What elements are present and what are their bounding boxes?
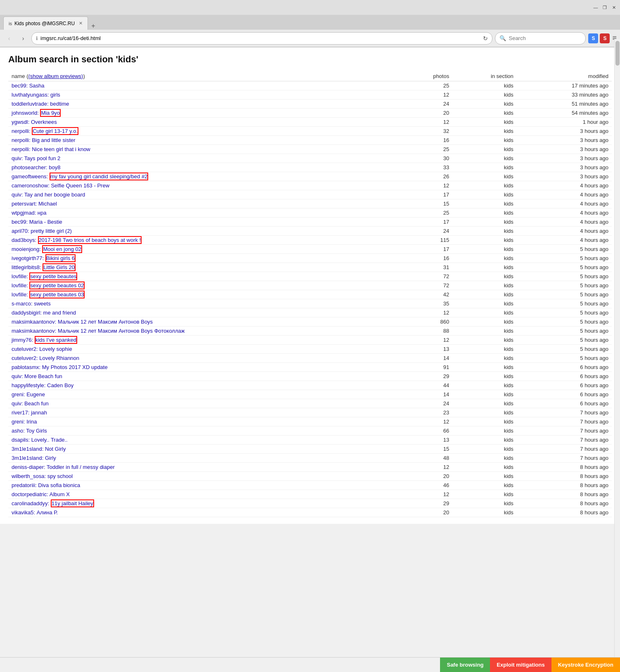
album-link[interactable]: s-marco: sweets (12, 301, 51, 307)
address-bar-container[interactable]: ℹ ↻ (31, 32, 492, 45)
album-link[interactable]: jimmy76: kids I've spanked (12, 336, 77, 344)
album-link[interactable]: deniss-diaper: Toddler in full / messy d… (12, 464, 115, 470)
album-link[interactable]: nerpolli: Big and little sister (12, 137, 76, 143)
album-link[interactable]: lovfille: sexy petite beautes (12, 272, 77, 280)
album-link[interactable]: lovfille: sexy petite beautes 03 (12, 291, 85, 298)
album-section-cell: kids (452, 390, 517, 399)
exploit-mitigations-button[interactable]: Exploit mitigations (490, 658, 551, 672)
album-link[interactable]: happylifestyle: Caden Boy (12, 382, 73, 388)
album-section-cell: kids (452, 381, 517, 390)
album-modified-cell: 5 hours ago (517, 327, 612, 336)
album-link[interactable]: ygwsdl: Overknees (12, 119, 57, 125)
album-photos-cell: 26 (402, 172, 452, 181)
search-container[interactable]: 🔍 (495, 32, 586, 45)
browser-tab[interactable]: is Kids photos @iMGSRC.RU ✕ (3, 17, 88, 30)
album-link[interactable]: ivegotgirth77: Bikini girls 6 (12, 254, 76, 262)
close-button[interactable]: ✕ (611, 5, 617, 10)
album-link[interactable]: luvthatyungass: girls (12, 92, 60, 98)
album-photos-cell: 25 (402, 208, 452, 218)
safe-browsing-button[interactable]: Safe browsing (440, 658, 490, 672)
forward-button[interactable]: › (17, 33, 29, 44)
album-photos-cell: 66 (402, 426, 452, 435)
album-link[interactable]: predatoriii: Diva sofia bionica (12, 482, 80, 488)
keystroke-encryption-button[interactable]: Keystroke Encryption (551, 658, 620, 672)
new-tab-button[interactable]: + (88, 22, 98, 30)
search-input[interactable] (509, 35, 581, 41)
album-name-cell: s-marco: sweets (8, 299, 402, 308)
album-modified-cell: 7 hours ago (517, 454, 612, 463)
album-link[interactable]: river17: jannah (12, 409, 47, 416)
album-link[interactable]: bec99: Maria - Bestie (12, 219, 62, 225)
album-link[interactable]: wtpgjmad: нра (12, 210, 47, 216)
scrollbar-thumb[interactable] (615, 41, 620, 66)
album-link[interactable]: vikavika5: Алина Р. (12, 509, 58, 516)
album-photos-cell: 12 (402, 417, 452, 426)
album-link[interactable]: bec99: Sasha (12, 83, 45, 89)
album-name-cell: lovfille: sexy petite beautes (8, 272, 402, 281)
table-row: predatoriii: Diva sofia bionica46kids8 h… (8, 481, 612, 490)
album-section-cell: kids (452, 245, 517, 254)
album-link[interactable]: mooienjong: Mooi en jong 02 (12, 245, 82, 253)
album-link[interactable]: gameoftweens: my fav young girl candid s… (12, 173, 148, 180)
album-link[interactable]: greni: Eugene (12, 391, 45, 398)
album-link[interactable]: cameronoshow: Selfie Queen 163 - Prew (12, 182, 109, 189)
address-input[interactable] (40, 35, 480, 41)
album-link[interactable]: littlegirlbits8: Little Girls 20 (12, 263, 76, 271)
album-section-cell: kids (452, 299, 517, 308)
browser-frame: — ❐ ✕ is Kids photos @iMGSRC.RU ✕ + ‹ › … (0, 0, 620, 47)
album-modified-cell: 8 hours ago (517, 499, 612, 508)
scrollbar[interactable] (614, 39, 620, 657)
album-link[interactable]: dad3boys: 2017-198 Two trios of beach bo… (12, 236, 142, 244)
album-link[interactable]: 3m1le1sland: Girly (12, 455, 56, 461)
album-modified-cell: 5 hours ago (517, 245, 612, 254)
album-link[interactable]: quiv: Tay and her boogie board (12, 192, 85, 198)
album-link[interactable]: quiv: Beach fun (12, 400, 49, 407)
album-link[interactable]: photosearcher: boy8 (12, 164, 61, 170)
table-row: quiv: Tays pool fun 230kids3 hours ago (8, 154, 612, 163)
album-link[interactable]: april70: pretty little girl (2) (12, 228, 72, 234)
tab-close-button[interactable]: ✕ (79, 21, 83, 26)
album-photos-cell: 13 (402, 345, 452, 354)
album-link[interactable]: petersvart: Michael (12, 201, 57, 207)
table-row: lovfille: sexy petite beautes 0272kids5 … (8, 281, 612, 290)
album-link[interactable]: 3m1le1sland: Not Girly (12, 446, 66, 452)
show-previews-link[interactable]: (show album previews) (28, 73, 83, 79)
album-link[interactable]: quiv: More Beach fun (12, 373, 62, 379)
album-link[interactable]: asho: Toy Girls (12, 428, 47, 434)
album-link[interactable]: daddysbigirl: me and friend (12, 310, 76, 316)
album-section-cell: kids (452, 426, 517, 435)
extension-icon-1[interactable]: S (588, 33, 598, 43)
back-button[interactable]: ‹ (3, 33, 15, 44)
album-link[interactable]: nerpolli: Cute girl 13-17 y.o. (12, 127, 78, 135)
album-link[interactable]: cuteluver2: Lovely sophie (12, 346, 72, 352)
reload-button[interactable]: ↻ (483, 35, 488, 42)
album-link[interactable]: wilberth_sosa: spy school (12, 473, 73, 479)
album-link[interactable]: doctorpediatric: Album X (12, 491, 70, 497)
album-link[interactable]: cuteluver2: Lovely Rhiannon (12, 355, 79, 361)
album-modified-cell: 3 hours ago (517, 145, 612, 154)
minimize-button[interactable]: — (593, 5, 599, 10)
album-link[interactable]: quiv: Tays pool fun 2 (12, 155, 60, 161)
album-link[interactable]: toddlerluvtrade: bedtime (12, 101, 69, 107)
maximize-button[interactable]: ❐ (602, 5, 608, 10)
album-photos-cell: 32 (402, 127, 452, 136)
album-name-cell: daddysbigirl: me and friend (8, 308, 402, 317)
album-link[interactable]: carolinadaddyy: 11y jailbait Hailey (12, 499, 94, 507)
album-link[interactable]: maksimkaantonov: Мальчик 12 лет Максим А… (12, 328, 185, 334)
album-link[interactable]: nerpolli: Nice teen girl that i know (12, 146, 90, 152)
album-photos-cell: 12 (402, 490, 452, 499)
album-photos-cell: 17 (402, 190, 452, 199)
album-name-cell: maksimkaantonov: Мальчик 12 лет Максим А… (8, 317, 402, 327)
album-link[interactable]: johnsworld: Mia 9yo (12, 109, 61, 117)
album-link[interactable]: dsapils: Lovely.. Trade.. (12, 437, 68, 443)
album-name-cell: quiv: Tays pool fun 2 (8, 154, 402, 163)
table-row: bec99: Maria - Bestie17kids4 hours ago (8, 218, 612, 227)
album-link[interactable]: lovfille: sexy petite beautes 02 (12, 282, 85, 289)
album-link[interactable]: maksimkaantonov: Мальчик 12 лет Максим А… (12, 319, 153, 325)
album-name-cell: cuteluver2: Lovely sophie (8, 345, 402, 354)
album-link[interactable]: pablotasmx: My Photos 2017 XD update (12, 364, 108, 370)
album-modified-cell: 6 hours ago (517, 381, 612, 390)
album-link[interactable]: greni: Irina (12, 419, 37, 425)
extension-icon-2[interactable]: S (600, 33, 610, 43)
album-name-highlighted: my fav young girl candid sleeping/bed #2 (50, 173, 149, 180)
